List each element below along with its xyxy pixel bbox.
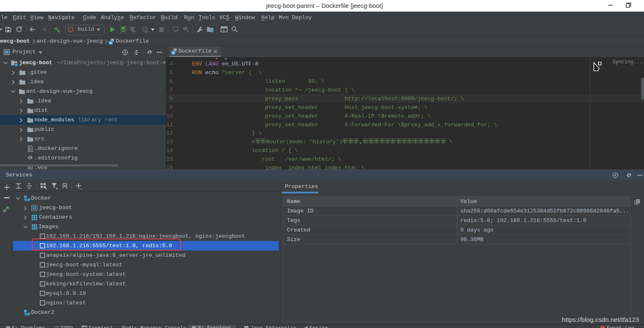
svg-text:D: D bbox=[172, 51, 175, 55]
svg-text:D: D bbox=[109, 41, 112, 45]
